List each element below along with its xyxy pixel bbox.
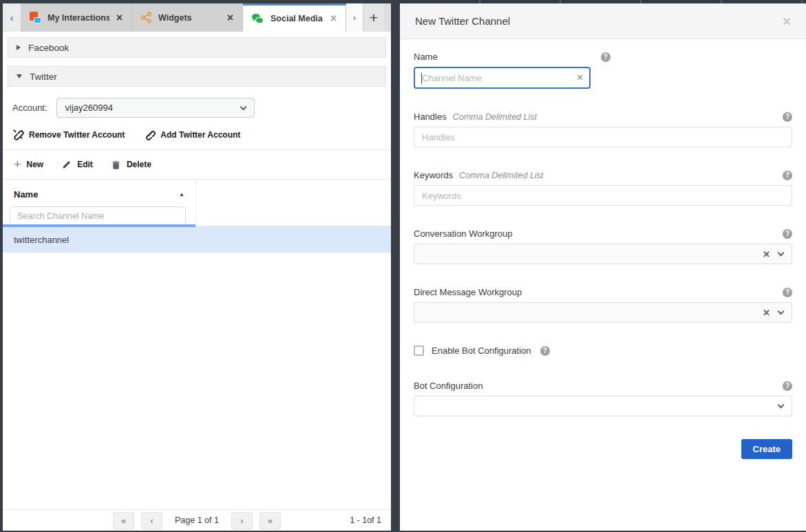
account-actions-row: Remove Twitter Account Add Twitter Accou… <box>3 126 391 150</box>
create-button[interactable]: Create <box>741 439 792 459</box>
enable-bot-configuration-row: Enable Bot Configuration ? <box>414 345 792 356</box>
search-channel-name-input[interactable] <box>10 206 186 226</box>
tab-label: My Interactions <box>47 13 109 23</box>
channel-toolbar: + New Edit Delete <box>3 150 391 180</box>
add-twitter-account-label: Add Twitter Account <box>160 130 240 140</box>
account-row: Account: vijay260994 <box>3 87 391 126</box>
chevron-down-icon <box>778 250 785 257</box>
conversation-workgroup-label: Conversation Workgroup <box>414 228 513 239</box>
tab-social-media[interactable]: Social Media × <box>243 3 346 32</box>
help-icon[interactable]: ? <box>783 112 792 122</box>
first-page-button[interactable]: « <box>113 512 134 529</box>
caret-down-icon <box>17 74 22 78</box>
tab-scroll-right-button[interactable]: › <box>346 3 363 32</box>
handles-input[interactable] <box>414 127 792 147</box>
handles-field-group: Handles Comma Delimited List ? <box>414 111 792 147</box>
plus-icon: + <box>370 10 378 26</box>
direct-message-workgroup-field-group: Direct Message Workgroup ? ✕ <box>414 287 792 323</box>
my-interactions-icon <box>30 12 41 23</box>
clear-icon[interactable]: × <box>577 72 583 83</box>
tab-scroll-left-button[interactable]: ‹ <box>3 3 21 32</box>
caret-right-icon <box>17 45 21 50</box>
table-row[interactable]: twitterchannel <box>3 226 391 253</box>
close-icon[interactable]: × <box>116 12 123 23</box>
account-label: Account: <box>12 103 47 113</box>
help-icon[interactable]: ? <box>783 229 792 239</box>
add-tab-button[interactable]: + <box>363 3 384 32</box>
pagination-bar: « ‹ Page 1 of 1 › » 1 - 1of 1 <box>3 509 391 531</box>
keywords-label: Keywords <box>414 170 453 180</box>
enable-bot-configuration-checkbox[interactable] <box>414 345 424 356</box>
previous-page-button[interactable]: ‹ <box>141 512 162 529</box>
new-button[interactable]: + New <box>14 158 43 171</box>
account-select[interactable]: vijay260994 <box>56 98 255 118</box>
tab-label: Social Media <box>271 14 324 23</box>
channel-name-cell: twitterchannel <box>14 235 69 245</box>
close-icon[interactable]: × <box>226 12 234 23</box>
chevron-right-icon: › <box>240 515 243 526</box>
accordion-facebook[interactable]: Facebook <box>8 37 386 58</box>
sorted-column-indicator <box>3 224 195 227</box>
pencil-icon <box>61 160 72 170</box>
remove-twitter-account-button[interactable]: Remove Twitter Account <box>12 129 125 140</box>
text-caret <box>421 73 422 84</box>
chevron-left-icon: ‹ <box>150 515 153 526</box>
tab-widgets[interactable]: Widgets × <box>132 3 243 32</box>
bot-configuration-label: Bot Configuration <box>414 381 482 391</box>
tab-my-interactions[interactable]: My Interactions × <box>21 3 132 32</box>
table-header: Name ▲ <box>3 180 391 226</box>
conversation-workgroup-select[interactable]: ✕ <box>414 244 792 264</box>
accordion-label: Facebook <box>28 43 69 53</box>
help-icon[interactable]: ? <box>783 381 792 391</box>
direct-message-workgroup-select[interactable]: ✕ <box>414 302 792 323</box>
handles-label: Handles <box>414 111 447 122</box>
tab-label: Widgets <box>158 13 220 23</box>
help-icon[interactable]: ? <box>540 346 550 356</box>
column-divider <box>195 180 196 226</box>
help-icon[interactable]: ? <box>783 171 792 180</box>
link-icon <box>144 129 156 140</box>
conversation-workgroup-field-group: Conversation Workgroup ? ✕ <box>414 228 792 264</box>
add-twitter-account-button[interactable]: Add Twitter Account <box>144 129 240 140</box>
keywords-hint: Comma Delimited List <box>459 171 543 180</box>
name-input-wrapper: × <box>414 67 591 89</box>
delete-label: Delete <box>127 160 151 169</box>
help-icon[interactable]: ? <box>601 52 611 62</box>
bot-configuration-field-group: Bot Configuration ? <box>414 381 792 416</box>
name-column-header[interactable]: Name ▲ <box>10 189 190 200</box>
close-icon[interactable]: × <box>330 13 337 24</box>
clear-icon[interactable]: ✕ <box>763 308 770 317</box>
help-icon[interactable]: ? <box>783 288 792 297</box>
accordion-label: Twitter <box>30 72 57 82</box>
chevron-right-icon: › <box>353 12 356 23</box>
channel-table: Name ▲ twitterchannel <box>3 180 391 531</box>
keywords-input[interactable] <box>414 185 792 206</box>
widgets-icon <box>140 12 152 23</box>
last-page-icon: » <box>268 515 273 526</box>
next-page-button[interactable]: › <box>231 512 253 529</box>
edit-button[interactable]: Edit <box>61 160 93 170</box>
new-label: New <box>27 160 44 169</box>
close-icon[interactable]: × <box>783 14 791 28</box>
enable-bot-configuration-label: Enable Bot Configuration <box>432 345 531 356</box>
chevron-down-icon <box>240 103 246 110</box>
chevron-down-icon <box>778 308 785 315</box>
accordion-twitter[interactable]: Twitter <box>8 66 386 87</box>
plus-icon: + <box>14 158 21 171</box>
account-selected-value: vijay260994 <box>65 103 113 113</box>
chevron-left-icon: ‹ <box>10 12 14 23</box>
last-page-button[interactable]: » <box>259 512 281 529</box>
channel-name-input[interactable] <box>415 69 577 87</box>
dialog-title: New Twitter Channel <box>415 15 510 27</box>
social-media-content: Facebook Twitter Account: vijay260994 <box>3 32 391 531</box>
direct-message-workgroup-label: Direct Message Workgroup <box>414 287 522 297</box>
keywords-field-group: Keywords Comma Delimited List ? <box>414 170 792 206</box>
bot-configuration-select[interactable] <box>414 396 792 416</box>
delete-button[interactable]: Delete <box>111 160 151 170</box>
sort-ascending-icon[interactable]: ▲ <box>179 191 184 198</box>
clear-icon[interactable]: ✕ <box>763 250 770 259</box>
trash-icon <box>111 160 121 170</box>
first-page-icon: « <box>121 515 126 526</box>
tab-bar: ‹ My Interactions × Widgets × <box>3 3 391 32</box>
social-media-icon <box>251 13 264 25</box>
